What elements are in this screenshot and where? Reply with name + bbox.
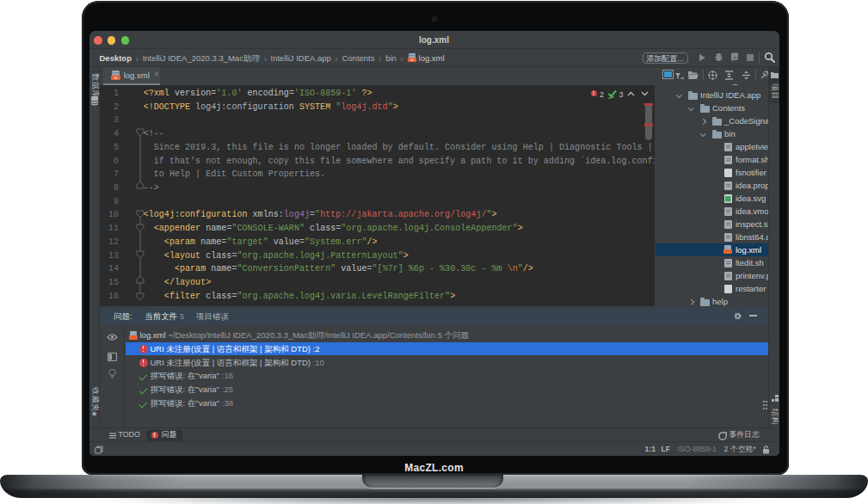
svg-text:‹›: ‹› [114,75,117,80]
svg-text:‹›: ‹› [410,57,414,62]
